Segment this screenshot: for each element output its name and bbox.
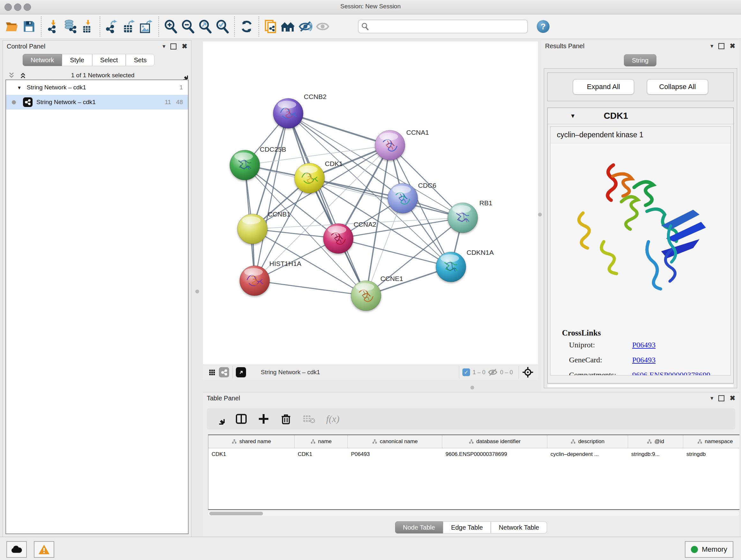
- tab-edge-table[interactable]: Edge Table: [443, 521, 491, 534]
- collapse-all-button[interactable]: Collapse All: [647, 79, 708, 95]
- float-panel-icon[interactable]: [718, 43, 724, 49]
- column-header-description[interactable]: description: [547, 435, 628, 448]
- network-node-HIST1H1A[interactable]: HIST1H1A: [240, 260, 301, 296]
- export-image-button[interactable]: [138, 17, 155, 36]
- split-column-icon[interactable]: [235, 413, 247, 425]
- tab-style[interactable]: Style: [62, 54, 92, 66]
- network-options-gear-icon[interactable]: [179, 71, 188, 80]
- network-edge[interactable]: [288, 113, 390, 145]
- search-input[interactable]: [358, 20, 528, 33]
- table-cell[interactable]: CDK1: [208, 451, 294, 457]
- table-cell[interactable]: 9606.ENSP00000378699: [442, 451, 547, 457]
- column-header-shared-name[interactable]: shared name: [208, 435, 294, 448]
- birdseye-crosshair-icon[interactable]: [522, 367, 534, 378]
- network-node-CCNA2[interactable]: CCNA2: [323, 221, 376, 253]
- crosslink-link[interactable]: P06493: [632, 356, 656, 364]
- section-expander-icon[interactable]: ▼: [570, 113, 576, 119]
- network-edge[interactable]: [310, 178, 463, 218]
- tab-network-table[interactable]: Network Table: [491, 521, 547, 534]
- table-cell[interactable]: P06493: [348, 451, 442, 457]
- view-grid-button[interactable]: [207, 367, 217, 377]
- refresh-view-button[interactable]: [238, 17, 255, 36]
- zoom-fit-button[interactable]: [197, 17, 214, 36]
- delete-table-icon[interactable]: [302, 413, 315, 425]
- column-header-canonical-name[interactable]: canonical name: [348, 435, 442, 448]
- string-protein-query-button[interactable]: [280, 17, 297, 36]
- tree-expander-icon[interactable]: ▼: [17, 85, 22, 90]
- close-panel-icon[interactable]: ✖: [182, 43, 187, 50]
- crosslink-link[interactable]: 9606.ENSP00000378699: [632, 371, 711, 375]
- export-network-button[interactable]: [104, 17, 121, 36]
- help-button[interactable]: ?: [537, 20, 549, 33]
- export-table-button[interactable]: [121, 17, 138, 36]
- expand-all-button[interactable]: Expand All: [573, 79, 634, 95]
- save-session-button[interactable]: [20, 17, 38, 36]
- tab-string[interactable]: String: [624, 54, 657, 66]
- column-header-namespace[interactable]: namespace: [683, 435, 739, 448]
- delete-column-trash-icon[interactable]: [280, 413, 292, 425]
- network-node-RB1[interactable]: RB1: [448, 199, 492, 233]
- network-edge[interactable]: [288, 113, 366, 296]
- network-node-CDKN1A[interactable]: CDKN1A: [436, 249, 494, 282]
- table-cell[interactable]: stringdb: [683, 451, 739, 457]
- network-graph[interactable]: CCNB2CCNA1CDC25BCDK1CDC6RB1CCNB1CCNA2CDK…: [203, 42, 538, 365]
- open-view-button[interactable]: [236, 367, 246, 377]
- close-panel-icon[interactable]: ✖: [730, 42, 735, 50]
- crosslink-link[interactable]: P06493: [632, 341, 656, 349]
- open-session-button[interactable]: [3, 17, 20, 36]
- import-table-file-button[interactable]: [79, 17, 96, 36]
- zoom-selected-button[interactable]: [214, 17, 231, 36]
- network-edge[interactable]: [255, 113, 288, 281]
- network-node-CDK1[interactable]: CDK1: [294, 160, 343, 193]
- node-table[interactable]: shared namenamecanonical namedatabase id…: [208, 435, 739, 510]
- tab-select[interactable]: Select: [92, 54, 126, 66]
- column-header--id[interactable]: @id: [628, 435, 683, 448]
- hide-graphics-details-button[interactable]: [297, 17, 314, 36]
- import-network-file-button[interactable]: [45, 17, 62, 36]
- scrollbar-thumb[interactable]: [209, 512, 263, 515]
- application-window: Session: New Session: [0, 0, 741, 560]
- table-horizontal-scrollbar[interactable]: [208, 511, 739, 516]
- splitter-handle[interactable]: [538, 212, 542, 216]
- panel-menu-icon[interactable]: ▾: [711, 395, 713, 401]
- table-cell[interactable]: CDK1: [294, 451, 348, 457]
- table-cell[interactable]: cyclin–dependent ...: [547, 451, 628, 457]
- network-collection-row[interactable]: ▼ String Network – cdk1 1: [6, 80, 188, 95]
- table-row[interactable]: CDK1CDK1P064939606.ENSP00000378699cyclin…: [208, 448, 739, 460]
- warnings-button[interactable]: [34, 541, 54, 558]
- birdseye-view-button[interactable]: [314, 17, 331, 36]
- import-network-database-button[interactable]: [62, 17, 79, 36]
- network-row-selected[interactable]: String Network – cdk1 11 48: [6, 95, 188, 110]
- results-scrollbar[interactable]: [547, 384, 734, 387]
- splitter-handle[interactable]: [470, 386, 474, 389]
- title-bar: Session: New Session: [0, 0, 741, 14]
- network-canvas[interactable]: CCNB2CCNA1CDC25BCDK1CDC6RB1CCNB1CCNA2CDK…: [203, 42, 538, 365]
- splitter-handle[interactable]: [195, 290, 199, 294]
- duplicate-network-button[interactable]: [262, 17, 280, 36]
- column-header-database-identifier[interactable]: database identifier: [442, 435, 547, 448]
- table-cell[interactable]: stringdb:9...: [628, 451, 683, 457]
- float-panel-icon[interactable]: [171, 44, 177, 50]
- collapse-all-icon[interactable]: [7, 71, 16, 79]
- panel-menu-icon[interactable]: ▾: [711, 43, 713, 49]
- zoom-out-button[interactable]: [179, 17, 197, 36]
- cloud-status-button[interactable]: [6, 541, 27, 558]
- tab-network[interactable]: Network: [23, 54, 62, 66]
- protein-section-header[interactable]: ▼ CDK1: [548, 108, 733, 124]
- tab-sets[interactable]: Sets: [126, 54, 154, 66]
- expand-all-icon[interactable]: [19, 71, 27, 79]
- close-panel-icon[interactable]: ✖: [730, 394, 735, 402]
- network-edge[interactable]: [255, 281, 366, 296]
- network-thumbnail-button[interactable]: [219, 367, 229, 377]
- zoom-in-button[interactable]: [162, 17, 179, 36]
- panel-menu-icon[interactable]: ▾: [162, 44, 165, 49]
- float-panel-icon[interactable]: [718, 395, 724, 401]
- table-settings-gear-icon[interactable]: [213, 413, 225, 425]
- network-node-CCNA1[interactable]: CCNA1: [375, 129, 429, 160]
- memory-button[interactable]: Memory: [685, 541, 733, 558]
- tab-node-table[interactable]: Node Table: [395, 521, 443, 534]
- add-column-icon[interactable]: [258, 413, 269, 425]
- function-builder-icon[interactable]: f(x): [326, 414, 340, 424]
- selected-nodes-checkbox-icon[interactable]: ✓: [462, 368, 470, 376]
- column-header-name[interactable]: name: [294, 435, 348, 448]
